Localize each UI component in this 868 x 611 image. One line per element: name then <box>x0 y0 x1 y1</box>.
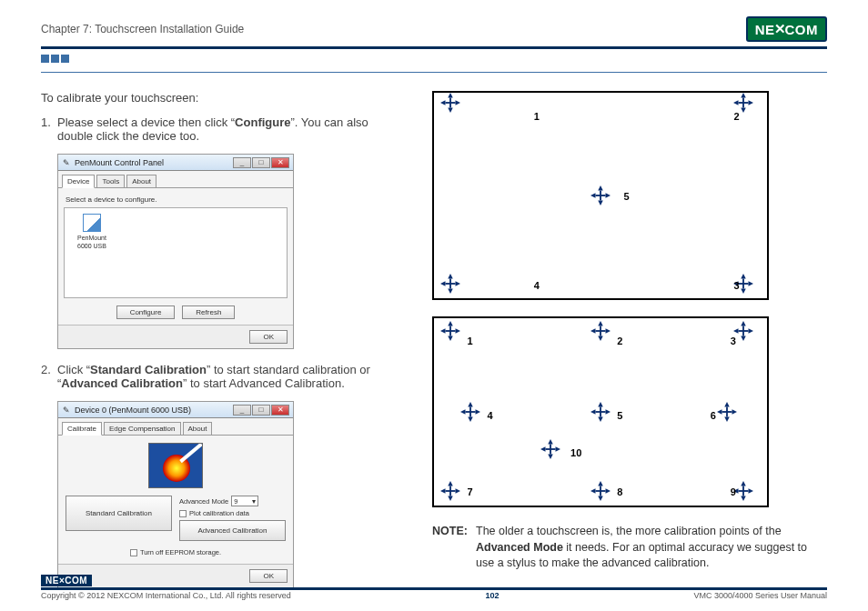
svg-marker-72 <box>449 481 454 486</box>
tab-calibrate[interactable]: Calibrate <box>62 422 102 436</box>
svg-marker-3 <box>456 101 461 106</box>
svg-marker-43 <box>742 336 747 342</box>
calibration-point-label: 8 <box>617 486 622 497</box>
footer-logo: NE×COM <box>41 575 92 586</box>
close-button[interactable]: ✕ <box>271 157 289 168</box>
tab-device[interactable]: Device <box>62 175 95 188</box>
svg-rect-5 <box>446 102 456 104</box>
svg-marker-8 <box>733 101 739 106</box>
svg-marker-31 <box>449 336 454 342</box>
document-title: VMC 3000/4000 Series User Manual <box>693 591 827 600</box>
calibration-point-label: 5 <box>617 410 622 421</box>
calibration-point <box>590 401 611 423</box>
svg-marker-44 <box>733 329 739 335</box>
svg-marker-24 <box>742 274 747 279</box>
decor-squares <box>41 55 827 63</box>
refresh-button[interactable]: Refresh <box>182 306 235 319</box>
plot-data-label: Plot calibration data <box>189 509 249 517</box>
device-label: 6000 USB <box>70 242 114 250</box>
svg-marker-48 <box>469 402 474 407</box>
minimize-button[interactable]: _ <box>233 157 251 168</box>
svg-marker-25 <box>742 289 747 295</box>
plot-data-checkbox[interactable] <box>179 510 187 517</box>
app-icon: ✎ <box>62 158 71 167</box>
calibration-point-label: 6 <box>711 410 716 421</box>
calibration-point <box>590 185 611 206</box>
copyright-text: Copyright © 2012 NEXCOM International Co… <box>41 591 291 600</box>
svg-marker-38 <box>590 329 596 335</box>
svg-marker-39 <box>606 329 611 335</box>
step-text: Please select a device then click “Confi… <box>57 115 405 143</box>
step-number: 2. <box>41 363 57 390</box>
svg-rect-77 <box>446 490 456 492</box>
advanced-mode-select[interactable]: 9▾ <box>231 496 258 506</box>
calibration-point-label: 7 <box>468 486 473 497</box>
calibration-point-label: 4 <box>534 280 540 291</box>
tab-edge[interactable]: Edge Compensation <box>104 422 181 436</box>
svg-marker-49 <box>469 417 474 423</box>
svg-marker-12 <box>598 185 603 191</box>
close-button[interactable]: ✕ <box>271 405 289 416</box>
svg-rect-71 <box>546 448 556 450</box>
calibration-diagram-10pt: 12345610789 <box>432 316 769 507</box>
svg-rect-65 <box>722 411 732 413</box>
calibration-point-label: 9 <box>731 486 736 497</box>
svg-marker-54 <box>598 402 603 407</box>
svg-marker-61 <box>724 417 730 423</box>
svg-marker-37 <box>598 336 603 342</box>
svg-marker-18 <box>449 274 454 279</box>
svg-rect-35 <box>446 330 456 332</box>
maximize-button[interactable]: □ <box>252 405 270 416</box>
calibration-point <box>540 438 561 460</box>
svg-marker-57 <box>606 409 611 415</box>
tab-tools[interactable]: Tools <box>96 175 125 188</box>
svg-marker-42 <box>742 321 747 326</box>
svg-marker-15 <box>606 193 611 198</box>
calibration-target-image <box>148 443 203 488</box>
divider <box>41 587 827 590</box>
calibration-point-label: 4 <box>488 410 493 421</box>
calibration-point-label: 1 <box>534 111 540 122</box>
svg-marker-63 <box>732 409 738 415</box>
tab-about[interactable]: About <box>183 422 213 436</box>
calibration-point <box>716 401 738 423</box>
page-number: 102 <box>486 591 500 600</box>
svg-marker-55 <box>598 417 603 423</box>
device-item[interactable]: PenMount 6000 USB <box>70 214 114 250</box>
standard-calibration-button[interactable]: Standard Calibration <box>66 496 172 531</box>
calibration-point-label: 3 <box>731 336 736 346</box>
svg-marker-20 <box>440 281 446 286</box>
configure-button[interactable]: Configure <box>116 306 176 319</box>
svg-rect-17 <box>596 195 606 196</box>
svg-rect-41 <box>596 330 606 332</box>
svg-marker-21 <box>456 281 461 286</box>
calibration-point <box>732 480 754 502</box>
svg-rect-53 <box>466 411 476 413</box>
svg-marker-13 <box>598 201 603 206</box>
svg-marker-9 <box>749 101 754 106</box>
advanced-calibration-button[interactable]: Advanced Calibration <box>179 520 286 541</box>
calibration-point-label: 3 <box>733 280 739 291</box>
svg-marker-79 <box>598 496 603 501</box>
svg-marker-75 <box>456 488 461 494</box>
calibration-point-label: 2 <box>617 336 622 346</box>
ok-button[interactable]: OK <box>249 330 288 344</box>
svg-marker-81 <box>606 488 611 494</box>
advanced-mode-label: Advanced Mode <box>179 497 228 506</box>
intro-text: To calibrate your touchscreen: <box>41 91 405 105</box>
svg-rect-23 <box>446 283 456 285</box>
chapter-title: Chapter 7: Touchscreen Installation Guid… <box>41 23 244 35</box>
svg-marker-0 <box>449 93 454 98</box>
svg-rect-89 <box>739 490 749 492</box>
maximize-button[interactable]: □ <box>252 157 270 168</box>
svg-marker-19 <box>449 289 454 295</box>
svg-marker-27 <box>749 281 754 286</box>
minimize-button[interactable]: _ <box>233 405 251 416</box>
calibration-point <box>439 320 461 342</box>
eeprom-label: Turn off EEPROM storage. <box>140 548 221 556</box>
svg-marker-50 <box>460 409 466 415</box>
tab-about[interactable]: About <box>126 175 156 188</box>
svg-marker-78 <box>598 481 603 486</box>
eeprom-checkbox[interactable] <box>130 549 137 556</box>
svg-marker-84 <box>742 481 747 486</box>
